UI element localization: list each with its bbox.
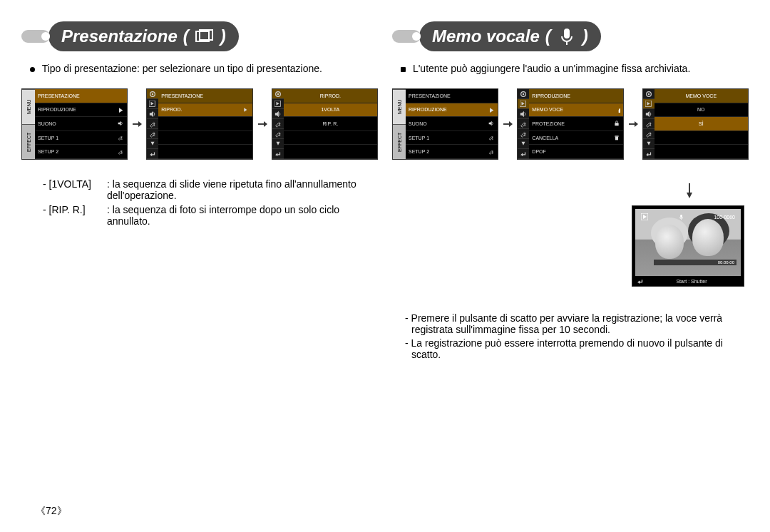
menu-row[interactable]: SUONO (406, 117, 498, 131)
icon-tab[interactable] (272, 129, 284, 139)
photo-hint: Start : Shutter (676, 279, 707, 284)
menu-row[interactable]: RIPRODUZIONE (35, 103, 127, 118)
menu-row[interactable]: SETUP 1 (35, 131, 127, 145)
icon-tab[interactable] (147, 129, 158, 139)
menu-row[interactable] (654, 145, 748, 159)
right-column: Memo vocale ( ) L'utente può aggiungere … (392, 21, 749, 362)
page-number: 《72》 (36, 505, 67, 518)
photo-preview-block: 100-0060 00:00:00 Start : Shutter (392, 178, 744, 287)
side-tabs: MENUEFFECT (22, 89, 35, 159)
bullet-icon (401, 67, 406, 72)
menu-row[interactable] (158, 131, 252, 145)
side-icons (272, 89, 284, 159)
icon-tab[interactable] (518, 129, 529, 139)
side-tab[interactable]: EFFECT (393, 124, 406, 159)
icon-tab[interactable] (518, 109, 529, 119)
photo-preview: 100-0060 00:00:00 Start : Shutter (632, 205, 744, 287)
icon-tab[interactable] (518, 99, 529, 109)
menu-row[interactable]: PRESENTAZIONE (406, 89, 498, 103)
icon-tab[interactable] (643, 149, 654, 159)
playbox-icon (641, 213, 648, 220)
menu-row[interactable]: PROTEZIONE (529, 117, 622, 131)
menu-row[interactable] (284, 145, 377, 159)
icon-tab[interactable] (643, 129, 654, 139)
mic-icon (557, 26, 577, 46)
menu-row[interactable]: NO (654, 103, 748, 118)
note-line: - La registrazione può essere interrotta… (405, 337, 749, 360)
icon-tab[interactable] (147, 89, 158, 99)
menu-list: PRESENTAZIONERIPRODUZIONESUONOSETUP 1SET… (406, 89, 498, 159)
menu-row[interactable]: SETUP 1 (406, 131, 498, 145)
left-column: Presentazione ( ) Tipo di presentazione:… (21, 21, 378, 362)
menu-row[interactable]: CANCELLA (529, 131, 622, 145)
left-menu-sequence: MENUEFFECTPRESENTAZIONERIPRODUZIONESUONO… (21, 88, 378, 160)
menu-header: RIPROD. (284, 89, 377, 103)
menu-row[interactable]: RIPROD. (158, 103, 252, 118)
side-tab[interactable]: EFFECT (22, 124, 35, 159)
right-intro: L'utente può aggiungere l'audio a un'imm… (401, 63, 749, 74)
arrow-right-icon (503, 119, 513, 129)
photo-time: 00:00:00 (718, 260, 734, 265)
icon-tab[interactable] (272, 99, 284, 109)
menu-header: MEMO VOCE (654, 89, 748, 103)
menu-row[interactable]: 1VOLTA (284, 103, 377, 118)
side-icons (518, 89, 529, 159)
side-icons (643, 89, 654, 159)
menu-row[interactable]: SETUP 2 (406, 145, 498, 159)
menu-row[interactable]: RIP. R. (284, 117, 377, 131)
slideshow-icon (195, 26, 215, 46)
return-icon (637, 277, 644, 285)
icon-tab[interactable] (147, 99, 158, 109)
icon-tab[interactable] (518, 149, 529, 159)
menu-list: RIPRODUZIONEMEMO VOCEPROTEZIONECANCELLAD… (529, 89, 622, 159)
icon-tab[interactable] (643, 139, 654, 149)
side-tabs: MENUEFFECT (393, 89, 406, 159)
side-tab[interactable]: MENU (22, 89, 35, 124)
icon-tab[interactable] (272, 139, 284, 149)
menu-row[interactable]: MEMO VOCE (529, 103, 622, 118)
icon-tab[interactable] (272, 119, 284, 129)
left-intro: Tipo di presentazione: per selezionare u… (30, 63, 378, 74)
menu-screen: MEMO VOCENOSÌ (642, 88, 749, 160)
right-heading: Memo vocale ( ) (392, 21, 749, 51)
menu-row[interactable] (158, 117, 252, 131)
icon-tab[interactable] (643, 109, 654, 119)
menu-row[interactable] (284, 131, 377, 145)
menu-list: PRESENTAZIONERIPRODUZIONESUONOSETUP 1SET… (35, 89, 127, 159)
menu-row[interactable] (158, 145, 252, 159)
menu-row[interactable]: SUONO (35, 117, 127, 131)
icon-tab[interactable] (518, 139, 529, 149)
icon-tab[interactable] (147, 139, 158, 149)
side-tab[interactable]: MENU (393, 89, 406, 124)
icon-tab[interactable] (147, 119, 158, 129)
arrow-right-icon (628, 119, 638, 129)
bullet-icon (30, 67, 35, 72)
arrow-right-icon (257, 119, 267, 129)
menu-row[interactable]: SÌ (654, 117, 748, 131)
menu-list: MEMO VOCENOSÌ (654, 89, 748, 159)
icon-tab[interactable] (147, 109, 158, 119)
menu-screen: MENUEFFECTPRESENTAZIONERIPRODUZIONESUONO… (392, 88, 498, 160)
right-menu-sequence: MENUEFFECTPRESENTAZIONERIPRODUZIONESUONO… (392, 88, 749, 160)
definition-row: - [1VOLTA]: la sequenza di slide viene r… (43, 178, 378, 201)
menu-row[interactable]: RIPRODUZIONE (406, 103, 498, 118)
icon-tab[interactable] (272, 89, 284, 99)
menu-row[interactable]: SETUP 2 (35, 145, 127, 159)
mic-icon (678, 214, 684, 220)
menu-row[interactable]: DPOF (529, 145, 622, 159)
icon-tab[interactable] (518, 89, 529, 99)
side-icons (147, 89, 158, 159)
icon-tab[interactable] (147, 149, 158, 159)
menu-header: RIPRODUZIONE (529, 89, 622, 103)
icon-tab[interactable] (272, 109, 284, 119)
menu-row[interactable] (654, 131, 748, 145)
right-notes: - Premere il pulsante di scatto per avvi… (405, 312, 749, 360)
icon-tab[interactable] (643, 99, 654, 109)
icon-tab[interactable] (643, 119, 654, 129)
menu-list: PRESENTAZIONERIPROD. (158, 89, 252, 159)
icon-tab[interactable] (272, 149, 284, 159)
menu-row[interactable]: PRESENTAZIONE (35, 89, 127, 103)
photo-file: 100-0060 (714, 215, 735, 220)
icon-tab[interactable] (518, 119, 529, 129)
icon-tab[interactable] (643, 89, 654, 99)
